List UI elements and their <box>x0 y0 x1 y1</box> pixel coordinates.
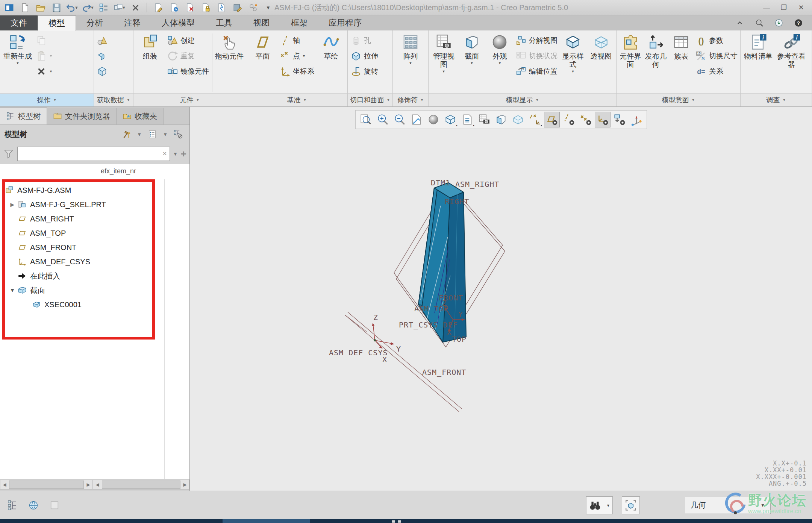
ribbon-group-label-切口和曲面[interactable]: 切口和曲面▼ <box>348 93 392 106</box>
ribbon-button-草绘[interactable]: 草绘 <box>316 32 346 93</box>
tree-item-在此插入[interactable]: 在此插入 <box>0 269 189 283</box>
ribbon-button-点[interactable]: 点▼ <box>278 48 315 64</box>
group-dropdown-icon[interactable]: ▼ <box>196 98 200 102</box>
quickbar-check-update[interactable] <box>167 2 181 14</box>
panel-tab-收藏夹[interactable]: 收藏夹 <box>117 108 164 124</box>
dropdown-arrow-icon[interactable]: ▼ <box>409 61 412 65</box>
tabrow-help[interactable]: ? <box>792 17 805 29</box>
ribbon-group-label-获取数据[interactable]: 获取数据▼ <box>94 93 133 106</box>
tree-item-ASM-FJ-G.ASM[interactable]: ASM-FJ-G.ASM <box>0 183 189 197</box>
ribbon-group-label-模型意图[interactable]: 模型意图▼ <box>617 93 740 106</box>
ribbon-button-孔[interactable]: 孔 <box>349 33 379 48</box>
panel-header-show-list[interactable] <box>145 128 159 140</box>
close-button[interactable]: ✕ <box>792 1 810 14</box>
ribbon-button-组装[interactable]: 组装 <box>135 32 165 93</box>
panel-tab-模型树[interactable]: 模型树 <box>0 108 47 124</box>
ribbon-button-元件界面[interactable]: 元件界面 <box>618 32 643 93</box>
add-filter-button[interactable]: + <box>181 150 186 158</box>
ribbon-button-物料清单[interactable]: i物料清单 <box>742 32 774 93</box>
toolbar-plane-display[interactable] <box>544 112 560 127</box>
scene-label-ASM_FRONT[interactable]: ASM_FRONT <box>422 368 466 377</box>
quickbar-undo[interactable]: ▼ <box>65 2 79 14</box>
tab-视图[interactable]: 视图 <box>243 15 280 30</box>
ribbon-button-拉伸[interactable]: 拉伸 <box>349 48 379 64</box>
statusbar-model-tree-toggle[interactable] <box>5 497 20 513</box>
group-dropdown-icon[interactable]: ▼ <box>783 98 786 102</box>
ribbon-group-label-模型显示[interactable]: 模型显示▼ <box>429 93 616 106</box>
tab-工具[interactable]: 工具 <box>205 15 243 30</box>
ribbon-button-平面[interactable]: 平面 <box>248 32 277 93</box>
expander-expanded-icon[interactable]: ▼ <box>8 287 17 293</box>
ribbon-button-发布几何[interactable]: 发布几何 <box>644 32 668 93</box>
dropdown-arrow-icon[interactable]: ▼ <box>470 61 473 65</box>
ribbon-button-user-defined-feature[interactable] <box>95 33 109 48</box>
quickbar-close-window[interactable] <box>129 2 142 14</box>
tree-item-ASM-FJ-G_SKEL.PRT[interactable]: ▶ASM-FJ-G_SKEL.PRT <box>0 197 189 212</box>
quickbar-save-edit[interactable] <box>230 2 244 14</box>
toolbar-repaint[interactable] <box>409 112 424 127</box>
dropdown-arrow-icon[interactable]: ▼ <box>498 61 501 65</box>
tree-item-ASM_TOP[interactable]: ASM_TOP <box>0 226 189 240</box>
tree-column-header[interactable]: efx_item_nr <box>0 164 189 179</box>
scrollbar-track[interactable]: ◀ ▶ <box>93 480 189 490</box>
tabrow-collapse-ribbon[interactable] <box>733 17 747 29</box>
ribbon-button-重新生成[interactable]: 重新生成▼ <box>2 32 34 93</box>
search-button[interactable]: ▼ <box>586 496 613 514</box>
quickbar-new-file[interactable] <box>18 2 32 14</box>
toolbar-spin-center[interactable] <box>629 112 644 127</box>
ribbon-button-旋转[interactable]: 旋转 <box>349 64 379 79</box>
ribbon-button-显示样式[interactable]: 显示样式▼ <box>559 32 587 93</box>
tree-filter-input[interactable] <box>17 147 170 161</box>
ribbon-button-shrinkwrap[interactable] <box>95 64 109 79</box>
scene-label-RIGHT[interactable]: RIGHT <box>445 197 469 206</box>
group-dropdown-icon[interactable]: ▼ <box>387 98 390 102</box>
scrollbar-track[interactable]: ◀ ▶ <box>0 480 93 490</box>
ribbon-button-切换尺寸[interactable]: 15fx切换尺寸 <box>694 48 739 64</box>
tab-注释[interactable]: 注释 <box>114 15 151 30</box>
dropdown-arrow-icon[interactable]: ▼ <box>16 61 20 65</box>
ribbon-button-透视图[interactable]: 透视图 <box>587 32 615 93</box>
toolbar-display-style-box[interactable]: ▾ <box>442 112 458 127</box>
panel-header-hide-tree-items[interactable] <box>171 128 185 140</box>
dropdown-arrow-icon[interactable]: ▼ <box>49 54 53 58</box>
quickbar-regenerate-list[interactable] <box>97 2 111 14</box>
ribbon-button-copy-geometry[interactable] <box>95 48 109 64</box>
dropdown-arrow-icon[interactable]: ▾ <box>456 124 458 127</box>
scene-label-Y[interactable]: Y <box>396 344 401 353</box>
toolbar-shaded[interactable] <box>426 112 441 127</box>
ribbon-button-管理视图[interactable]: 管理视图▼ <box>430 32 458 93</box>
clear-filter-icon[interactable]: × <box>162 149 167 158</box>
scroll-right-icon[interactable]: ▶ <box>181 482 189 487</box>
graphics-area[interactable]: ▾▾▾ <box>190 107 812 491</box>
dropdown-arrow-icon[interactable]: ▼ <box>571 70 575 73</box>
scene-label-X[interactable]: X <box>382 355 387 364</box>
redo-dropdown-icon[interactable]: ▼ <box>90 5 94 10</box>
group-dropdown-icon[interactable]: ▼ <box>692 98 695 102</box>
quickbar-save[interactable] <box>50 2 63 14</box>
column-divider[interactable] <box>99 179 99 484</box>
group-dropdown-icon[interactable]: ▼ <box>420 98 424 102</box>
ribbon-button-坐标系[interactable]: 坐标系 <box>278 64 315 79</box>
quickbar-fix-model[interactable] <box>215 2 228 14</box>
tab-模型[interactable]: 模型 <box>38 15 76 31</box>
scene-label-Z[interactable]: Z <box>442 299 447 308</box>
quickbar-link-refresh[interactable] <box>246 2 260 14</box>
tree-item-ASM_FRONT[interactable]: ASM_FRONT <box>0 240 189 255</box>
tab-应用程序[interactable]: 应用程序 <box>318 15 372 30</box>
ribbon-button-copy[interactable] <box>35 33 54 48</box>
dropdown-arrow-icon[interactable]: ▾ <box>541 124 542 127</box>
expander-collapsed-icon[interactable]: ▶ <box>8 202 17 208</box>
group-dropdown-icon[interactable]: ▼ <box>53 98 57 102</box>
scene-label-ASM_DEF_CSYS[interactable]: ASM_DEF_CSYS <box>329 348 388 357</box>
tabrow-search[interactable] <box>753 17 766 29</box>
scene-label-ASM_RIGHT[interactable]: ASM_RIGHT <box>455 180 499 189</box>
filter-dropdown-icon[interactable]: ▼ <box>173 151 178 157</box>
dropdown-arrow-icon[interactable]: ▼ <box>49 70 53 73</box>
ribbon-button-编辑位置[interactable]: 编辑位置 <box>514 64 559 79</box>
tree-item-XSEC0001[interactable]: XSEC0001 <box>0 297 189 312</box>
ribbon-button-外观[interactable]: 外观▼ <box>486 32 514 93</box>
ribbon-button-分解视图[interactable]: 分解视图 <box>514 33 559 48</box>
toolbar-zoom-fit[interactable] <box>358 112 374 127</box>
scene-label-X[interactable]: X <box>447 328 452 337</box>
ribbon-button-拖动元件[interactable]: 拖动元件 <box>214 32 244 93</box>
